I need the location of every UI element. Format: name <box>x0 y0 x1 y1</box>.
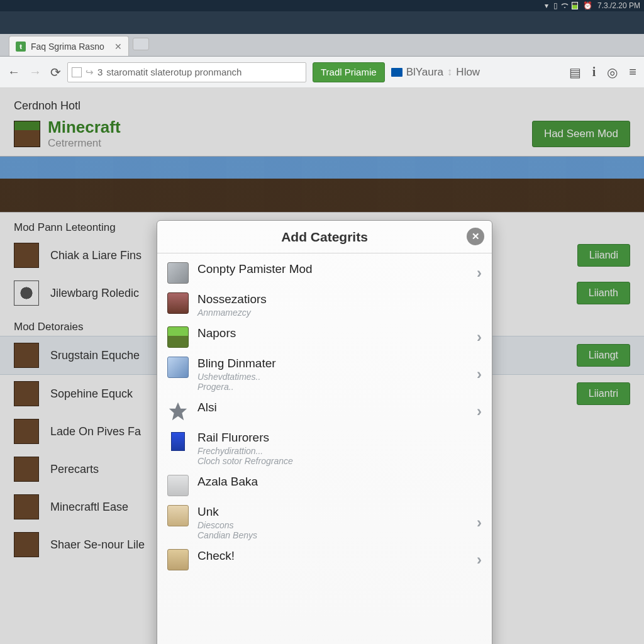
category-icon <box>167 292 189 314</box>
category-item[interactable]: Alsi› <box>157 392 492 422</box>
category-name: Conpty Pamister Mod <box>197 262 468 276</box>
tab-close-icon[interactable]: ✕ <box>114 42 122 52</box>
back-icon[interactable]: ← <box>8 65 20 80</box>
android-status-bar: ▾ ▯ ⏰ 7.3./2.20 PM <box>0 0 644 11</box>
category-name: Alsi <box>197 401 468 414</box>
star-icon <box>167 401 189 422</box>
bookmark-label: BlYaura <box>406 66 443 79</box>
category-icon <box>167 262 189 284</box>
browser-tab[interactable]: ŧ Faq Sgrima Rasno ✕ <box>9 36 129 56</box>
category-item[interactable]: Conpty Pamister Mod› <box>157 253 492 284</box>
favicon-icon: ŧ <box>16 42 26 52</box>
sd-icon: ▯ <box>553 1 558 10</box>
bookmark-sub: Hlow <box>456 66 480 79</box>
category-sub: Annmamezcy <box>197 308 482 318</box>
chevron-right-icon: › <box>477 551 482 569</box>
url-prefix: 3 <box>97 67 103 77</box>
info-icon[interactable]: i <box>592 65 596 80</box>
category-item[interactable]: Azala Baka <box>157 466 492 496</box>
category-sub: Ushevdtatimes..Progera.. <box>197 372 468 392</box>
url-bar[interactable]: ↪ 3 staromatit slaterotup pronmanch <box>67 62 306 82</box>
clock-text: 7.3./2.20 PM <box>597 1 640 10</box>
category-icon <box>167 326 189 348</box>
category-icon <box>167 549 189 570</box>
dialog-close-button[interactable]: ✕ <box>467 228 484 245</box>
category-name: Nossezatiors <box>197 292 482 306</box>
pedestal-icon <box>167 431 189 452</box>
page-icon <box>72 67 82 77</box>
alarm-icon: ⏰ <box>583 1 592 10</box>
briefcase-icon <box>391 68 402 77</box>
category-icon <box>167 357 189 378</box>
wifi-icon <box>560 2 569 9</box>
category-item[interactable]: UnkDiesconsCandian Benys› <box>157 496 492 540</box>
url-text: staromatit slaterotup pronmanch <box>106 67 242 77</box>
category-name: Check! <box>197 549 468 563</box>
tab-strip: ŧ Faq Sgrima Rasno ✕ <box>0 34 644 57</box>
category-icon <box>167 505 189 526</box>
forward-icon[interactable]: → <box>29 65 42 80</box>
svg-marker-0 <box>169 402 187 420</box>
chevron-right-icon: › <box>477 328 482 346</box>
dialog-title: Add Categrits <box>281 230 368 245</box>
category-name: Rail Flurorers <box>197 431 482 445</box>
menu-icon[interactable]: ≡ <box>629 65 636 80</box>
category-item[interactable]: Napors› <box>157 318 492 348</box>
chevron-right-icon: › <box>477 365 482 383</box>
category-name: Napors <box>197 326 468 340</box>
browser-toolbar: ← → ⟳ ↪ 3 staromatit slaterotup pronmanc… <box>0 57 644 88</box>
chevron-right-icon: › <box>477 264 482 282</box>
category-name: Bling Dinmater <box>197 357 468 370</box>
signal-icon: ▾ <box>545 1 548 10</box>
chevron-right-icon: › <box>477 402 482 420</box>
page-actions-icon[interactable]: ▤ <box>569 65 581 80</box>
category-item[interactable]: Check!› <box>157 540 492 570</box>
compass-icon[interactable]: ◎ <box>607 65 618 80</box>
translate-button[interactable]: Tradl Priamie <box>313 62 385 82</box>
category-item[interactable]: Bling DinmaterUshevdtatimes..Progera..› <box>157 348 492 392</box>
battery-icon <box>572 2 578 9</box>
new-tab-button[interactable] <box>133 38 149 50</box>
category-name: Unk <box>197 505 468 519</box>
chevron-right-icon: › <box>477 514 482 531</box>
tab-title: Faq Sgrima Rasno <box>31 42 104 52</box>
category-item[interactable]: NossezatiorsAnnmamezcy <box>157 284 492 318</box>
category-item[interactable]: Rail FlurorersFrechydirattion...Cloch so… <box>157 422 492 466</box>
add-categories-dialog: Add Categrits ✕ Conpty Pamister Mod›Noss… <box>157 220 492 644</box>
category-sub: Frechydirattion...Cloch sotor Refrogranc… <box>197 446 482 466</box>
reload-icon[interactable]: ⟳ <box>50 65 61 80</box>
category-name: Azala Baka <box>197 475 482 489</box>
bookmark-chip[interactable]: BlYaura ↕ Hlow <box>391 66 480 79</box>
category-sub: DiesconsCandian Benys <box>197 520 468 540</box>
android-nav-bar <box>0 11 644 34</box>
category-icon <box>167 475 189 496</box>
